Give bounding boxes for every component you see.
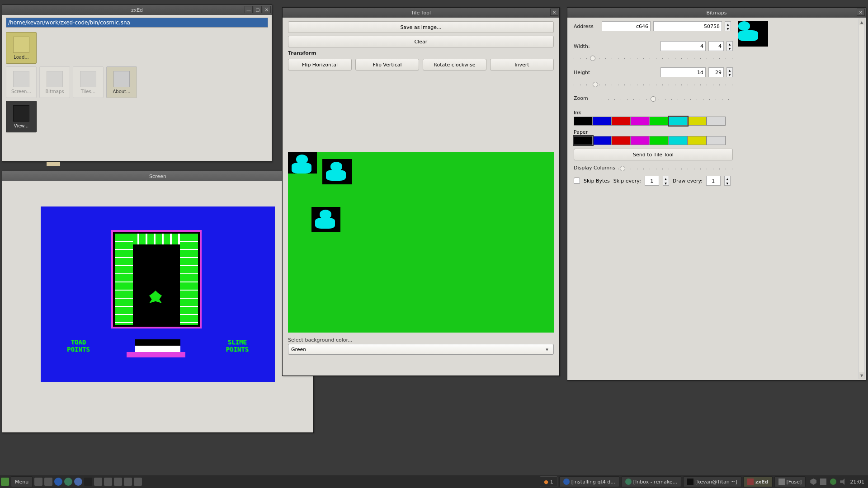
ink-swatch-yellow[interactable]	[688, 117, 707, 126]
paper-swatch-magenta[interactable]	[631, 136, 650, 145]
chat-launcher-icon[interactable]	[74, 478, 82, 486]
show-desktop-icon[interactable]	[134, 478, 142, 486]
scroll-up-icon[interactable]: ▲	[859, 19, 864, 25]
globe-launcher-icon[interactable]	[64, 478, 72, 486]
tile-sprite[interactable]	[311, 207, 340, 232]
file-path-input[interactable]	[6, 18, 268, 28]
height-slider[interactable]	[574, 79, 733, 88]
view-icon	[13, 105, 29, 122]
screen-titlebar[interactable]: Screen	[2, 171, 313, 181]
paper-swatch-white[interactable]	[707, 136, 726, 145]
rotate-clockwise-button[interactable]: Rotate clockwise	[423, 59, 486, 70]
height-hex-input[interactable]	[660, 67, 706, 77]
bitmaps-tool[interactable]: Bitmaps	[39, 66, 70, 98]
text-launcher-icon[interactable]	[94, 478, 102, 486]
tile-sprite[interactable]	[288, 152, 317, 174]
menu-button[interactable]: Menu	[11, 476, 33, 487]
updates-icon[interactable]	[830, 479, 836, 485]
ink-swatch-green[interactable]	[650, 117, 669, 126]
taskbar-task[interactable]: [installing qt4 d...	[559, 476, 619, 487]
shield-icon[interactable]	[810, 479, 816, 485]
start-menu-icon[interactable]	[1, 478, 9, 486]
zxed-titlebar[interactable]: zxEd — ▢ ✕	[2, 5, 272, 15]
taskbar-task[interactable]: [Inbox - remake...	[621, 476, 681, 487]
ink-swatch-magenta[interactable]	[631, 117, 650, 126]
bg-color-label: Select background color...	[288, 337, 554, 343]
bg-color-select[interactable]: Green ▾	[288, 344, 554, 355]
flip-horizontal-button[interactable]: Flip Horizontal	[288, 59, 352, 70]
workspace-indicator[interactable]: ●1	[540, 476, 557, 487]
screen-tool[interactable]: Screen...	[6, 66, 37, 98]
flip-vertical-button[interactable]: Flip Vertical	[355, 59, 419, 70]
height-spinner[interactable]: ▲▼	[726, 67, 733, 77]
close-button[interactable]: ✕	[263, 6, 271, 13]
bitmaps-titlebar[interactable]: Bitmaps ✕	[567, 8, 866, 18]
skip-every-input[interactable]	[645, 176, 659, 186]
skip-bytes-checkbox[interactable]	[574, 178, 580, 184]
draw-every-input[interactable]	[706, 176, 721, 186]
address-hex-input[interactable]	[602, 21, 651, 31]
width-dec-input[interactable]	[708, 41, 724, 51]
zoom-slider[interactable]	[602, 94, 733, 103]
files2-launcher-icon[interactable]	[44, 478, 52, 486]
ink-swatch-white[interactable]	[707, 117, 726, 126]
browser-launcher-icon[interactable]	[54, 478, 62, 486]
app-launcher-icon[interactable]	[124, 478, 132, 486]
paper-swatch-red[interactable]	[612, 136, 631, 145]
bitmaps-icon	[47, 71, 63, 87]
save-as-image-button[interactable]: Save as image...	[288, 21, 554, 33]
calc-launcher-icon[interactable]	[114, 478, 122, 486]
bitmaps-scrollbar[interactable]: ▲ ▼	[859, 19, 865, 379]
network-icon[interactable]	[820, 479, 826, 485]
app-icon	[778, 479, 785, 485]
view-label: View...	[14, 123, 28, 128]
tile-tool-titlebar[interactable]: Tile Tool ✕	[283, 8, 559, 18]
width-spinner[interactable]: ▲▼	[726, 41, 733, 51]
tile-canvas[interactable]	[288, 152, 554, 333]
paper-swatch-green[interactable]	[650, 136, 669, 145]
height-dec-input[interactable]	[708, 67, 724, 77]
address-spinner[interactable]: ▲▼	[725, 21, 731, 31]
paper-swatch-yellow[interactable]	[688, 136, 707, 145]
send-to-tile-tool-button[interactable]: Send to Tile Tool	[574, 149, 733, 160]
close-button[interactable]: ✕	[857, 9, 865, 16]
width-slider[interactable]	[574, 53, 733, 62]
taskbar-task[interactable]: [Fuse]	[774, 476, 806, 487]
clock[interactable]: 21:01	[850, 479, 864, 485]
display-columns-slider[interactable]	[618, 163, 733, 172]
terminal-launcher-icon[interactable]	[84, 478, 92, 486]
view-tool[interactable]: View...	[6, 101, 37, 132]
skip-every-spinner[interactable]: ▲▼	[663, 176, 669, 186]
tile-tool-title: Tile Tool	[411, 10, 431, 16]
invert-button[interactable]: Invert	[490, 59, 554, 70]
load-tool[interactable]: Load...	[6, 32, 37, 64]
maximize-button[interactable]: ▢	[254, 6, 262, 13]
tiles-tool[interactable]: Tiles...	[73, 66, 104, 98]
game-border-right	[180, 234, 198, 325]
draw-every-spinner[interactable]: ▲▼	[724, 176, 731, 186]
ink-swatch-cyan[interactable]	[669, 117, 688, 126]
bitmap-preview[interactable]	[738, 21, 768, 47]
scroll-down-icon[interactable]: ▼	[859, 372, 864, 379]
taskbar-task[interactable]: zxEd	[743, 476, 773, 487]
width-hex-input[interactable]	[660, 41, 706, 51]
about-tool[interactable]: About...	[106, 66, 137, 98]
files-launcher-icon[interactable]	[34, 478, 42, 486]
paper-swatch-cyan[interactable]	[669, 136, 688, 145]
load-icon	[13, 37, 29, 53]
ink-swatch-black[interactable]	[574, 117, 593, 126]
doc-launcher-icon[interactable]	[104, 478, 112, 486]
volume-icon[interactable]	[840, 479, 846, 485]
tile-sprite[interactable]	[322, 159, 352, 184]
taskbar-task[interactable]: [kevan@Titan ~]	[683, 476, 741, 487]
minimize-button[interactable]: —	[245, 6, 253, 13]
paper-swatch-black[interactable]	[574, 136, 593, 145]
close-button[interactable]: ✕	[550, 9, 558, 16]
clear-button[interactable]: Clear	[288, 36, 554, 47]
paper-swatch-blue[interactable]	[593, 136, 612, 145]
ink-swatch-red[interactable]	[612, 117, 631, 126]
transform-label: Transform	[288, 50, 554, 56]
hud-sprite	[135, 339, 180, 352]
ink-swatch-blue[interactable]	[593, 117, 612, 126]
address-dec-input[interactable]	[653, 21, 722, 31]
